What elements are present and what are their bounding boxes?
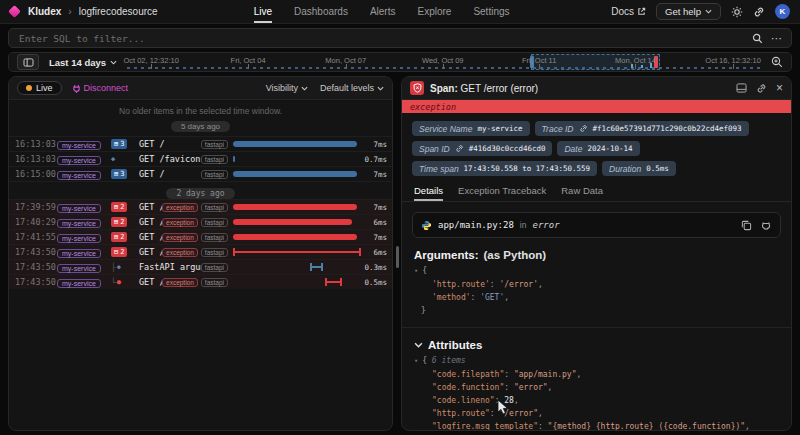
children-count-badge[interactable]: ⊞2 xyxy=(111,232,127,241)
trace-row[interactable]: 17:40:29my-service⊞2GET /errorexceptionf… xyxy=(9,214,392,229)
timeline-tick-mark xyxy=(346,64,347,69)
trace-row[interactable]: 17:43:50my-service⊟2GET /errorexceptionf… xyxy=(9,244,392,259)
span-header-actions: × xyxy=(736,82,783,94)
nav-right: Docs Get help K xyxy=(611,3,790,20)
row-tags: exceptionfastapi xyxy=(162,248,228,257)
tag-fastapi: fastapi xyxy=(201,263,228,272)
copy-link-icon[interactable] xyxy=(756,83,767,94)
trace-row[interactable]: 16:13:03my-service⊞3GET /fastapi7ms xyxy=(9,136,392,151)
logfire-app: Kludex › logfirecodesource LiveDashboard… xyxy=(0,0,800,435)
row-marker[interactable]: ⊞3 xyxy=(111,139,139,148)
row-message: GET / xyxy=(139,169,201,179)
children-count-badge[interactable]: ⊞3 xyxy=(111,169,127,178)
fold-chevron-icon[interactable]: ▾ xyxy=(414,357,418,365)
row-service: my-service xyxy=(57,169,111,180)
attributes-heading[interactable]: Attributes xyxy=(414,339,779,351)
breadcrumb-project[interactable]: logfirecodesource xyxy=(79,6,158,17)
expand-icon: ⊞ xyxy=(114,233,118,241)
time-range-selector[interactable]: Last 14 days xyxy=(49,57,117,68)
nav-explore[interactable]: Explore xyxy=(417,0,451,23)
more-options-icon[interactable]: ⋯ xyxy=(771,33,783,44)
row-tags: fastapi xyxy=(201,170,228,179)
docs-label: Docs xyxy=(611,6,634,17)
zoom-in-icon[interactable] xyxy=(771,56,783,68)
row-marker[interactable]: ⊞2 xyxy=(111,202,139,211)
tag-fastapi: fastapi xyxy=(201,278,228,287)
code-in-word: in xyxy=(520,220,527,230)
row-marker[interactable]: ⊞2 xyxy=(111,217,139,226)
get-help-button[interactable]: Get help xyxy=(656,3,721,20)
row-marker[interactable]: ⊞2 xyxy=(111,232,139,241)
timeline-track[interactable]: Oct 02, 12:32:10Fri, Oct 04Mon, Oct 07We… xyxy=(127,53,761,71)
row-service: my-service xyxy=(57,217,111,228)
tag-fastapi: fastapi xyxy=(201,203,228,212)
arguments-heading: Arguments: (as Python) xyxy=(414,249,779,261)
breadcrumb-org[interactable]: Kludex xyxy=(28,6,61,17)
chip-value: #416d30c0ccd46cd0 xyxy=(469,144,546,153)
row-bar-zone xyxy=(233,233,357,242)
nav-dashboards[interactable]: Dashboards xyxy=(294,0,348,23)
children-count-badge[interactable]: ⊟2 xyxy=(111,247,127,256)
meta-chip: Span ID#416d30c0ccd46cd0 xyxy=(412,141,552,156)
row-bar-zone xyxy=(233,248,357,257)
expand-icon: ⊞ xyxy=(114,140,118,148)
span-title: Span: GET /error (error) xyxy=(430,83,538,94)
sidebar-toggle-icon[interactable] xyxy=(17,54,39,70)
nav-alerts[interactable]: Alerts xyxy=(370,0,396,23)
disconnect-button[interactable]: Disconnect xyxy=(72,83,129,93)
row-duration: 7ms xyxy=(357,233,387,242)
service-tag: my-service xyxy=(57,171,101,180)
sql-input[interactable] xyxy=(17,32,744,45)
children-count-badge[interactable]: ⊞2 xyxy=(111,202,127,211)
trace-row[interactable]: 17:43:50my-service└●GET /error (error)ex… xyxy=(9,274,392,289)
tab-details[interactable]: Details xyxy=(414,185,443,201)
row-message: GET /error xyxy=(139,217,162,227)
trace-row[interactable]: 16:15:00my-service⊞3GET /fastapi7ms xyxy=(9,166,392,181)
empty-window-message: No older items in the selected time wind… xyxy=(9,106,392,116)
row-marker[interactable]: ◆ xyxy=(111,155,139,163)
tab-raw-data[interactable]: Raw Data xyxy=(561,185,603,201)
fold-chevron-icon[interactable]: ▾ xyxy=(414,267,418,275)
levels-label: Default levels xyxy=(320,83,374,93)
trace-row[interactable]: 17:39:59my-service⊞2GET /errorexceptionf… xyxy=(9,199,392,214)
chip-value: 2024-10-14 xyxy=(587,144,632,153)
row-marker[interactable]: ⊞3 xyxy=(111,169,139,178)
trace-row[interactable]: 17:41:55my-service⊞2GET /errorexceptionf… xyxy=(9,229,392,244)
panel-divider[interactable] xyxy=(393,76,401,431)
close-icon[interactable]: × xyxy=(776,82,783,94)
code-line: "code.filepath": "app/main.py", xyxy=(414,368,779,381)
tag-fastapi: fastapi xyxy=(201,140,228,149)
live-toggle-button[interactable]: Live xyxy=(17,81,62,95)
visibility-dropdown[interactable]: Visibility xyxy=(266,83,308,93)
user-avatar[interactable]: K xyxy=(775,4,790,19)
copy-icon[interactable] xyxy=(741,220,752,231)
children-count: 3 xyxy=(120,170,124,178)
trace-row[interactable]: 16:13:03my-service◆GET /favicon.icofasta… xyxy=(9,151,392,166)
github-icon[interactable] xyxy=(761,220,772,231)
plug-icon xyxy=(72,84,81,93)
nav-live[interactable]: Live xyxy=(254,0,272,23)
row-marker[interactable]: ⊟2 xyxy=(111,247,139,256)
theme-toggle-icon[interactable] xyxy=(731,6,743,18)
code-line: ▾{ xyxy=(414,264,779,278)
row-bar-zone xyxy=(233,278,357,287)
get-help-label: Get help xyxy=(665,6,701,17)
dock-panel-icon[interactable] xyxy=(736,83,747,93)
levels-dropdown[interactable]: Default levels xyxy=(320,83,384,93)
code-line: "logfire.msg_template": "{method} {http.… xyxy=(414,420,779,431)
tab-exception-traceback[interactable]: Exception Traceback xyxy=(458,185,546,201)
trace-row[interactable]: 17:43:50my-service├◆FastAPI argumentsfas… xyxy=(9,259,392,274)
code-location-bar[interactable]: app/main.py:28 in error xyxy=(412,212,781,238)
chevron-down-icon xyxy=(110,60,117,65)
children-count-badge[interactable]: ⊞3 xyxy=(111,139,127,148)
detail-tabs: DetailsException TracebackRaw Data xyxy=(402,178,791,202)
children-count-badge[interactable]: ⊞2 xyxy=(111,217,127,226)
row-marker[interactable]: ├◆ xyxy=(111,263,139,272)
docs-link[interactable]: Docs xyxy=(611,6,646,17)
disconnect-label: Disconnect xyxy=(84,83,129,93)
divider-drag-handle[interactable] xyxy=(396,246,399,268)
nav-settings[interactable]: Settings xyxy=(473,0,509,23)
row-marker[interactable]: └● xyxy=(111,278,139,287)
share-link-icon[interactable] xyxy=(753,6,765,18)
search-icon[interactable] xyxy=(752,33,763,44)
